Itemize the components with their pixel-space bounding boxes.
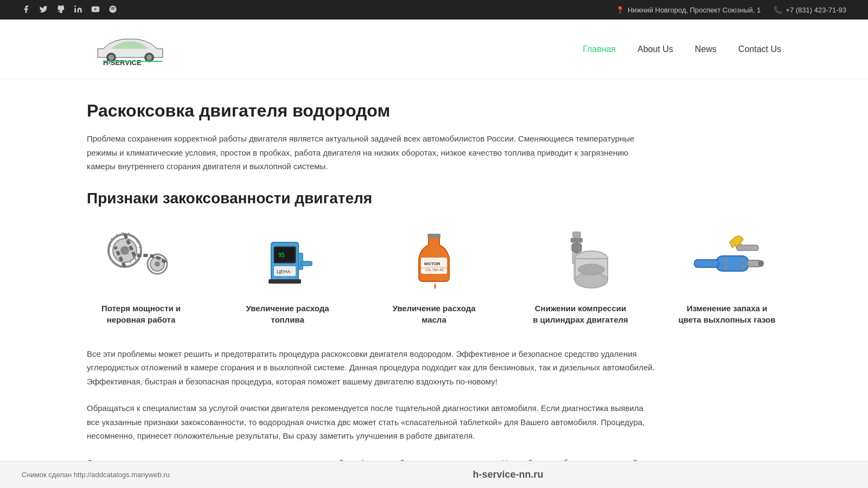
footer-domain: h-service-nn.ru <box>473 469 543 480</box>
exhaust-icon <box>689 226 765 291</box>
svg-rect-20 <box>301 261 312 266</box>
svg-point-45 <box>742 259 745 262</box>
exhaust-icon-box <box>684 223 770 294</box>
address: 📍 Нижний Новгород, Проспект Союзный, 1 <box>616 6 761 14</box>
footer-snapshot: Снимок сделан http://addcatalogs.manyweb… <box>22 471 170 479</box>
feature-pump-label: Увеличение расхода топлива <box>239 303 336 325</box>
feature-exhaust: Изменение запаха и цвета выхлопных газов <box>678 223 776 325</box>
pump-icon: 95 ЦЕНА <box>255 226 320 291</box>
social-links <box>22 5 117 15</box>
belt-icon <box>103 226 179 291</box>
spotify-icon[interactable] <box>108 5 117 15</box>
svg-rect-39 <box>694 260 719 267</box>
oil-icon-box: MOTOR OIL 5W-40 <box>391 223 477 294</box>
svg-point-44 <box>724 265 727 268</box>
body-para-2: Обращаться к специалистам за услугой очи… <box>87 401 656 443</box>
linkedin-icon[interactable] <box>74 5 82 15</box>
oil-icon: MOTOR OIL 5W-40 <box>401 226 467 291</box>
svg-rect-29 <box>571 238 583 242</box>
top-bar: 📍 Нижний Новгород, Проспект Союзный, 1 📞… <box>0 0 868 20</box>
svg-point-6 <box>146 55 152 60</box>
features-row: Потеря мощности и неровная работа 95 <box>87 223 781 325</box>
svg-rect-21 <box>269 279 301 284</box>
svg-point-41 <box>758 260 764 267</box>
twitter-icon[interactable] <box>39 5 48 15</box>
svg-point-0 <box>74 5 76 7</box>
svg-rect-28 <box>572 232 581 238</box>
github-icon[interactable] <box>56 5 65 15</box>
page-title: Раскоксовка двигателя водородом <box>87 101 781 121</box>
nav-about[interactable]: About Us <box>637 44 673 54</box>
spark-icon <box>542 226 618 291</box>
nav-home[interactable]: Главная <box>583 44 616 54</box>
intro-paragraph: Проблема сохранения корректной работы дв… <box>87 132 656 174</box>
main-nav: Главная About Us News Contact Us <box>583 44 781 54</box>
facebook-icon[interactable] <box>22 5 30 15</box>
top-bar-info: 📍 Нижний Новгород, Проспект Союзный, 1 📞… <box>616 6 846 14</box>
header: H-SERVICE Главная About Us News Contact … <box>0 20 868 79</box>
feature-oil: MOTOR OIL 5W-40 Увеличение расхода масла <box>385 223 483 325</box>
svg-text:MOTOR: MOTOR <box>424 261 441 266</box>
svg-point-37 <box>578 264 604 275</box>
phone-icon: 📞 <box>774 6 782 14</box>
spark-icon-box <box>537 223 624 294</box>
feature-pump: 95 ЦЕНА Увеличение расхода топлива <box>239 223 336 325</box>
svg-text:OIL 5W-40: OIL 5W-40 <box>425 268 444 272</box>
feature-exhaust-label: Изменение запаха и цвета выхлопных газов <box>678 303 776 325</box>
logo-svg: H-SERVICE <box>87 31 174 67</box>
youtube-icon[interactable] <box>91 5 100 15</box>
svg-point-43 <box>724 259 727 262</box>
feature-belt-label: Потеря мощности и неровная работа <box>92 303 190 325</box>
svg-rect-38 <box>716 256 749 271</box>
logo[interactable]: H-SERVICE <box>87 31 174 67</box>
feature-belt: Потеря мощности и неровная работа <box>92 223 190 325</box>
location-icon: 📍 <box>616 6 624 14</box>
pump-icon-box: 95 ЦЕНА <box>244 223 331 294</box>
svg-rect-42 <box>737 245 758 251</box>
svg-text:ЦЕНА: ЦЕНА <box>277 269 290 274</box>
svg-rect-24 <box>427 234 441 238</box>
svg-marker-31 <box>572 242 582 253</box>
section-title: Признаки закоксованности двигателя <box>87 190 781 207</box>
svg-text:95: 95 <box>278 252 285 258</box>
svg-text:H-SERVICE: H-SERVICE <box>103 59 142 67</box>
feature-oil-label: Увеличение расхода масла <box>385 303 483 325</box>
phone: 📞 +7 (831) 423-71-93 <box>774 6 846 14</box>
belt-icon-box <box>98 223 184 294</box>
feature-spark-label: Снижении компрессии в цилиндрах двигател… <box>532 303 629 325</box>
nav-contact[interactable]: Contact Us <box>738 44 781 54</box>
svg-point-46 <box>742 265 745 268</box>
main-content: Раскоксовка двигателя водородом Проблема… <box>0 79 868 488</box>
footer: Снимок сделан http://addcatalogs.manyweb… <box>0 461 868 488</box>
feature-spark: Снижении компрессии в цилиндрах двигател… <box>532 223 629 325</box>
body-para-1: Все эти проблемы может решить и предотвр… <box>87 347 656 389</box>
svg-point-14 <box>155 261 160 267</box>
svg-point-11 <box>120 246 129 255</box>
nav-news[interactable]: News <box>695 44 717 54</box>
